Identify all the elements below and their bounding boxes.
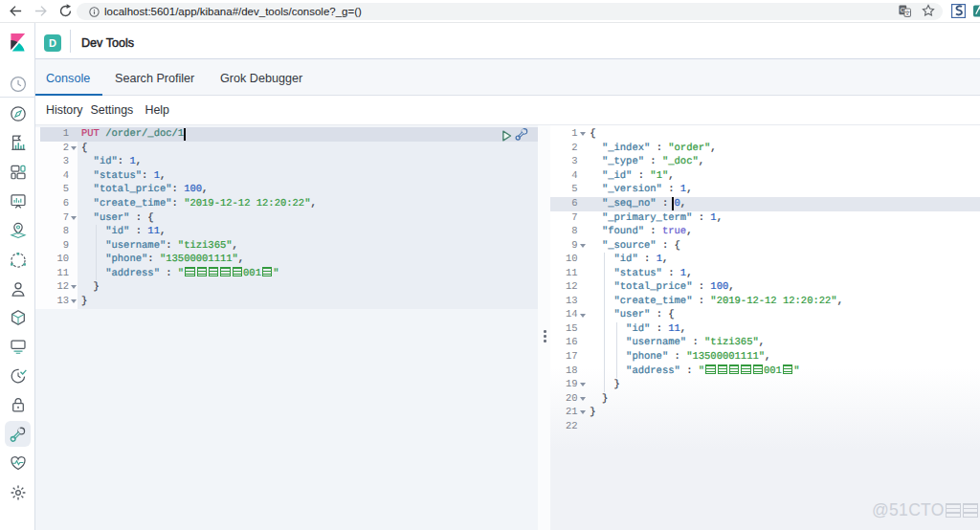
- svg-text:文: 文: [904, 10, 911, 16]
